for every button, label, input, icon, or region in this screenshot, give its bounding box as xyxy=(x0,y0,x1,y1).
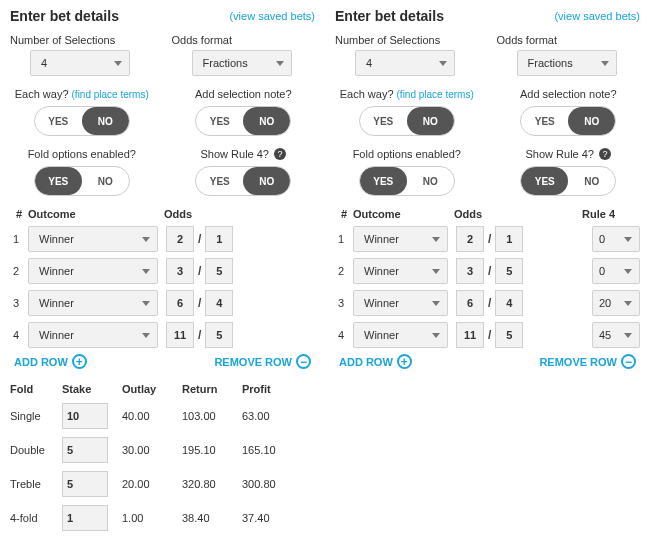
fold-options-toggle-yes[interactable]: YES xyxy=(360,167,407,195)
add-row-button[interactable]: ADD ROW + xyxy=(14,354,87,369)
odds-numerator-input[interactable] xyxy=(166,258,194,284)
outcome-select[interactable]: Winner xyxy=(353,258,448,284)
odds-denominator-input[interactable] xyxy=(495,258,523,284)
remove-row-button[interactable]: REMOVE ROW − xyxy=(214,354,311,369)
fold-options-toggle-no[interactable]: NO xyxy=(407,167,454,195)
place-terms-link[interactable]: (find place terms) xyxy=(72,89,149,100)
odds-numerator-input[interactable] xyxy=(456,226,484,252)
num-selections-select[interactable]: 4 xyxy=(355,50,455,76)
odds-numerator-input[interactable] xyxy=(166,226,194,252)
selection-row: 3 Winner / 20 xyxy=(335,290,640,316)
outcome-select[interactable]: Winner xyxy=(28,322,158,348)
each-way-toggle[interactable]: YES NO xyxy=(359,106,455,136)
return-value: 320.80 xyxy=(182,478,238,490)
num-selections-select[interactable]: 4 xyxy=(30,50,130,76)
show-rule4-toggle-yes[interactable]: YES xyxy=(521,167,568,195)
show-rule4-toggle[interactable]: YES NO xyxy=(520,166,616,196)
odds-slash: / xyxy=(198,264,201,278)
outlay-value: 1.00 xyxy=(122,512,178,524)
odds-slash: / xyxy=(198,296,201,310)
odds-numerator-input[interactable] xyxy=(166,290,194,316)
add-note-label: Add selection note? xyxy=(520,88,617,100)
selection-index: 4 xyxy=(10,329,22,341)
profit-value: 63.00 xyxy=(242,410,298,422)
outcome-select[interactable]: Winner xyxy=(353,322,448,348)
odds-format-select[interactable]: Fractions xyxy=(517,50,617,76)
selection-row: 4 Winner / xyxy=(10,322,315,348)
each-way-toggle-no[interactable]: NO xyxy=(82,107,129,135)
fold-name: Double xyxy=(10,444,58,456)
selection-index: 3 xyxy=(10,297,22,309)
stake-input[interactable] xyxy=(62,437,108,463)
fold-name: Single xyxy=(10,410,58,422)
fold-options-label: Fold options enabled? xyxy=(28,148,136,160)
return-value: 38.40 xyxy=(182,512,238,524)
help-icon[interactable]: ? xyxy=(599,148,611,160)
outcome-select[interactable]: Winner xyxy=(28,258,158,284)
fold-options-toggle-no[interactable]: NO xyxy=(82,167,129,195)
each-way-toggle-yes[interactable]: YES xyxy=(360,107,407,135)
col-num-header: # xyxy=(10,208,28,220)
odds-format-label: Odds format xyxy=(172,34,316,46)
fold-options-toggle[interactable]: YES NO xyxy=(359,166,455,196)
outcome-select[interactable]: Winner xyxy=(28,290,158,316)
add-row-button[interactable]: ADD ROW + xyxy=(339,354,412,369)
rule4-select[interactable]: 0 xyxy=(592,226,640,252)
odds-denominator-input[interactable] xyxy=(495,226,523,252)
odds-denominator-input[interactable] xyxy=(205,322,233,348)
selection-row: 2 Winner / 0 xyxy=(335,258,640,284)
add-note-toggle-yes[interactable]: YES xyxy=(521,107,568,135)
stake-input[interactable] xyxy=(62,471,108,497)
rule4-select[interactable]: 20 xyxy=(592,290,640,316)
fold-col-header: Fold xyxy=(10,383,58,395)
rule4-select[interactable]: 45 xyxy=(592,322,640,348)
add-note-toggle[interactable]: YES NO xyxy=(195,106,291,136)
col-num-header: # xyxy=(335,208,353,220)
add-note-toggle-no[interactable]: NO xyxy=(568,107,615,135)
each-way-label: Each way? xyxy=(15,88,69,100)
col-odds-header: Odds xyxy=(164,208,234,220)
odds-denominator-input[interactable] xyxy=(205,290,233,316)
each-way-toggle-yes[interactable]: YES xyxy=(35,107,82,135)
add-note-toggle-yes[interactable]: YES xyxy=(196,107,243,135)
return-col-header: Return xyxy=(182,383,238,395)
place-terms-link[interactable]: (find place terms) xyxy=(397,89,474,100)
view-saved-bets-link[interactable]: (view saved bets) xyxy=(229,10,315,22)
fold-options-toggle[interactable]: YES NO xyxy=(34,166,130,196)
outcome-select[interactable]: Winner xyxy=(353,226,448,252)
odds-denominator-input[interactable] xyxy=(495,290,523,316)
selection-index: 1 xyxy=(335,233,347,245)
view-saved-bets-link[interactable]: (view saved bets) xyxy=(554,10,640,22)
fold-row: 4-fold 1.00 38.40 37.40 xyxy=(10,505,315,531)
outcome-select[interactable]: Winner xyxy=(28,226,158,252)
fold-options-toggle-yes[interactable]: YES xyxy=(35,167,82,195)
each-way-toggle-no[interactable]: NO xyxy=(407,107,454,135)
fold-row: Single 40.00 103.00 63.00 xyxy=(10,403,315,429)
odds-numerator-input[interactable] xyxy=(456,290,484,316)
add-note-toggle[interactable]: YES NO xyxy=(520,106,616,136)
show-rule4-toggle-no[interactable]: NO xyxy=(243,167,290,195)
each-way-label: Each way? xyxy=(340,88,394,100)
help-icon[interactable]: ? xyxy=(274,148,286,160)
remove-row-button[interactable]: REMOVE ROW − xyxy=(539,354,636,369)
stake-input[interactable] xyxy=(62,505,108,531)
odds-format-select[interactable]: Fractions xyxy=(192,50,292,76)
col-outcome-header: Outcome xyxy=(353,208,448,220)
show-rule4-toggle-yes[interactable]: YES xyxy=(196,167,243,195)
outcome-select[interactable]: Winner xyxy=(353,290,448,316)
rule4-select[interactable]: 0 xyxy=(592,258,640,284)
show-rule4-toggle[interactable]: YES NO xyxy=(195,166,291,196)
show-rule4-toggle-no[interactable]: NO xyxy=(568,167,615,195)
add-note-toggle-no[interactable]: NO xyxy=(243,107,290,135)
odds-numerator-input[interactable] xyxy=(166,322,194,348)
odds-denominator-input[interactable] xyxy=(205,258,233,284)
each-way-toggle[interactable]: YES NO xyxy=(34,106,130,136)
odds-denominator-input[interactable] xyxy=(205,226,233,252)
odds-denominator-input[interactable] xyxy=(495,322,523,348)
fold-table: Fold Stake Outlay Return Profit Single 4… xyxy=(10,383,315,531)
odds-numerator-input[interactable] xyxy=(456,322,484,348)
panel-title: Enter bet details xyxy=(10,8,119,24)
odds-numerator-input[interactable] xyxy=(456,258,484,284)
stake-input[interactable] xyxy=(62,403,108,429)
col-odds-header: Odds xyxy=(454,208,524,220)
